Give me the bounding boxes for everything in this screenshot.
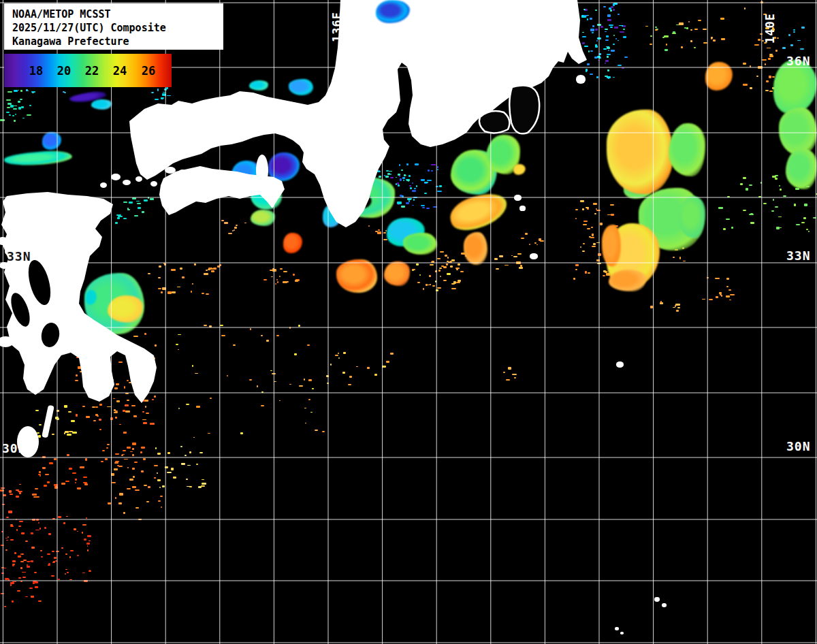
colorbar-tick: 24 [113, 65, 127, 76]
latitude-label: 33N [786, 250, 811, 262]
title-line-3: Kanagawa Prefecture [12, 35, 223, 49]
colorbar-tick: 18 [29, 65, 43, 76]
title-box: NOAA/METOP MCSST 2025/11/27(UTC) Composi… [4, 3, 223, 50]
sst-colorbar: 1820222426 [4, 54, 172, 87]
coordinate-labels: 36N33N30N30N33N136E140E [0, 0, 817, 644]
latitude-label: 30N [786, 440, 811, 453]
latitude-label: 30N [2, 442, 27, 455]
latitude-label: 36N [786, 55, 811, 67]
longitude-label: 136E [332, 12, 343, 42]
colorbar-tick: 20 [57, 65, 71, 76]
longitude-label: 140E [765, 13, 776, 44]
title-line-1: NOAA/METOP MCSST [12, 8, 223, 22]
sst-map: 36N33N30N30N33N136E140E NOAA/METOP MCSST… [0, 0, 817, 644]
latitude-label: 33N [7, 251, 31, 263]
colorbar-tick: 22 [85, 65, 99, 76]
colorbar-tick: 26 [142, 65, 155, 76]
title-line-2: 2025/11/27(UTC) Composite [12, 22, 223, 35]
